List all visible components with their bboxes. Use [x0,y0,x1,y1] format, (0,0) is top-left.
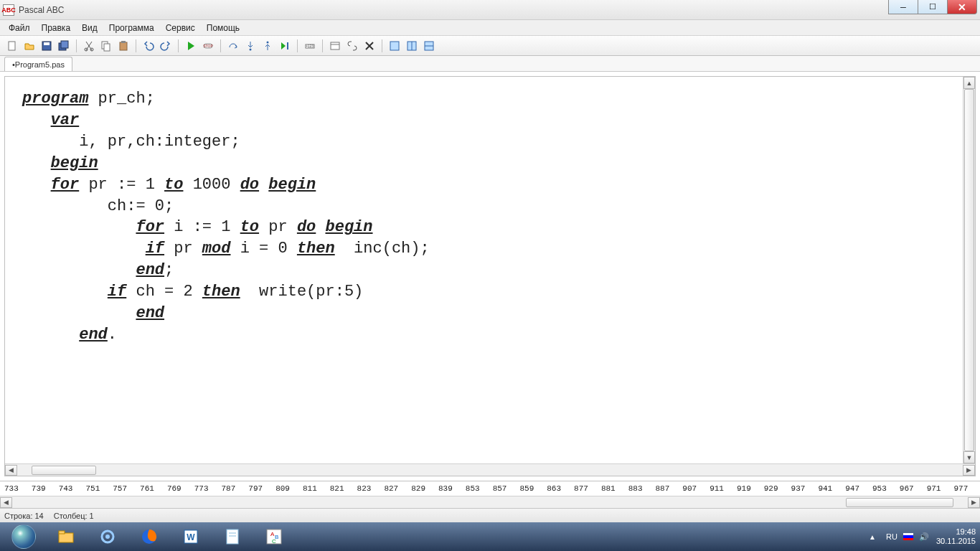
output-value: 911 [710,484,724,493]
cut-button[interactable] [81,38,97,54]
copy-button[interactable] [98,38,114,54]
save-button[interactable] [39,38,55,54]
step-over-button[interactable] [225,38,241,54]
save-all-button[interactable] [56,38,72,54]
win1-button[interactable] [387,38,402,54]
output-value: 733 [4,484,19,493]
code-editor[interactable]: program pr_ch; var i, pr,ch:integer; beg… [5,77,975,463]
scroll-right-arrow[interactable]: ▶ [968,497,980,508]
open-button[interactable] [22,38,37,54]
file-tab[interactable]: •Program5.pas [4,57,72,71]
stop-button[interactable]: STOP [200,38,216,54]
breakpoints-button[interactable] [327,38,343,54]
output-value: 859 [519,484,534,493]
step-out-button[interactable] [260,38,275,54]
output-text[interactable]: 7337397437517577617697737877978098118218… [0,481,980,496]
run-to-button[interactable] [277,38,293,54]
window-close-button[interactable]: ✕ [947,0,977,14]
chain-icon [347,40,358,52]
menu-item-правка[interactable]: Правка [36,22,77,34]
scroll-thumb[interactable] [846,498,953,507]
win3-icon [423,40,435,52]
taskbar-item-explorer[interactable] [46,524,86,550]
chain-button[interactable] [344,38,360,54]
menu-item-файл[interactable]: Файл [3,22,36,34]
clear-icon [364,40,375,52]
explorer-icon [57,527,75,546]
output-value: 929 [764,484,778,493]
toolbar-separator [178,39,179,52]
menu-bar: ФайлПравкаВидПрограммаСервисПомощь [0,20,980,36]
taskbar-item-firefox[interactable] [129,524,169,550]
output-value: 757 [113,484,127,493]
tray-flag-icon[interactable] [903,533,913,540]
output-value: 743 [59,484,73,493]
scroll-thumb[interactable] [964,89,974,451]
paste-button[interactable] [116,38,131,54]
svg-text:STOP: STOP [203,44,213,48]
redo-icon [160,40,171,52]
windows-orb-icon [11,524,36,549]
output-value: 787 [222,484,236,493]
tab-bar: •Program5.pas [0,56,980,72]
start-button[interactable] [4,523,43,550]
output-value: 919 [737,484,751,493]
taskbar-item-cog[interactable] [88,524,128,550]
output-value: 857 [493,484,507,493]
window-minimize-button[interactable]: ─ [888,0,918,14]
watch-icon: •123 [304,40,316,52]
clear-button[interactable] [362,38,377,54]
output-value: 839 [438,484,453,493]
paste-icon [118,40,129,52]
output-value: 829 [411,484,425,493]
svg-rect-4 [61,41,68,48]
editor-horizontal-scrollbar[interactable]: ◀ ▶ [5,463,975,476]
scroll-thumb[interactable] [32,466,96,475]
scroll-down-arrow[interactable]: ▼ [963,451,975,463]
menu-item-программа[interactable]: Программа [103,22,160,34]
window-maximize-button[interactable]: ☐ [918,0,948,14]
cog-icon [98,527,117,546]
svg-point-5 [85,48,88,51]
tray-date: 30.11.2015 [936,537,976,546]
scroll-right-arrow[interactable]: ▶ [963,465,975,476]
run-button[interactable] [183,38,199,54]
tray-clock[interactable]: 19:48 30.11.2015 [936,527,976,546]
save-icon [41,40,52,52]
status-bar: Строка: 14 Столбец: 1 [0,508,980,522]
output-value: 821 [330,484,344,493]
output-value: 739 [32,484,46,493]
taskbar-item-pascal-abc[interactable]: ABC [254,524,294,550]
menu-item-сервис[interactable]: Сервис [160,22,201,34]
scroll-left-arrow[interactable]: ◀ [5,465,17,476]
menu-item-помощь[interactable]: Помощь [201,22,245,34]
scroll-left-arrow[interactable]: ◀ [0,497,12,508]
svg-rect-20 [390,42,399,50]
taskbar-item-notepad[interactable] [212,524,253,550]
app-icon: ABC [3,4,14,16]
win2-button[interactable] [404,38,420,54]
tray-lang-indicator[interactable]: RU [886,532,897,541]
tray-volume-icon[interactable]: 🔊 [919,532,929,542]
watch-button[interactable]: •123 [302,38,318,54]
redo-button[interactable] [158,38,174,54]
svg-point-14 [267,41,269,43]
toolbar-separator [220,39,221,52]
output-value: 751 [85,484,100,493]
tray-expand-icon[interactable]: ▲ [866,530,879,543]
output-value: 797 [248,484,263,493]
new-icon [6,40,18,52]
scroll-up-arrow[interactable]: ▲ [963,77,975,89]
taskbar-item-word[interactable]: W [171,524,211,550]
svg-rect-0 [9,42,15,50]
win2-icon [406,40,418,52]
output-value: 953 [872,484,887,493]
svg-rect-25 [59,533,73,542]
step-into-button[interactable] [242,38,258,54]
new-button[interactable] [4,38,20,54]
output-horizontal-scrollbar[interactable]: ◀ ▶ [0,496,980,508]
editor-vertical-scrollbar[interactable]: ▲ ▼ [963,77,975,463]
menu-item-вид[interactable]: Вид [76,22,103,34]
undo-button[interactable] [141,38,156,54]
win3-button[interactable] [421,38,437,54]
